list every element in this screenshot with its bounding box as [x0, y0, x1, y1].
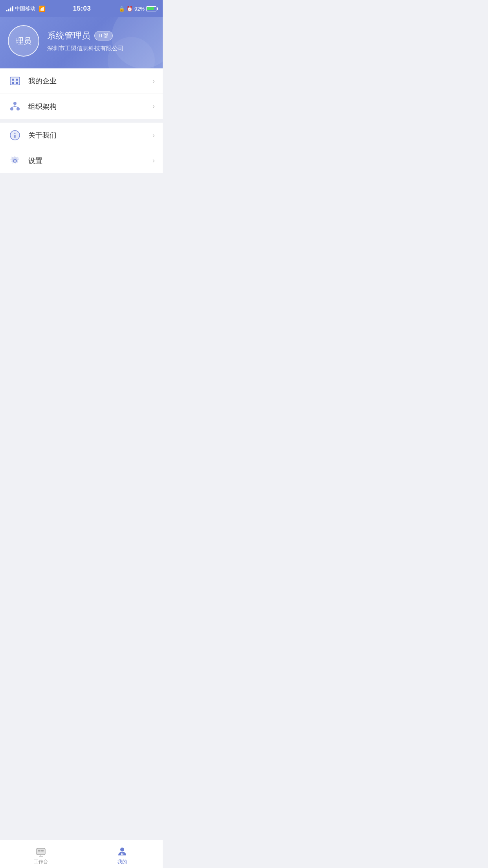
lock-icon: 🔒	[119, 6, 125, 12]
chevron-right-icon-2: ›	[152, 102, 155, 110]
avatar: 理员	[8, 25, 39, 57]
chevron-right-icon: ›	[152, 77, 155, 85]
menu-group-2: 关于我们 › 设置 ›	[0, 123, 163, 173]
svg-line-11	[15, 107, 18, 107]
settings-label: 设置	[28, 156, 152, 166]
svg-point-8	[17, 107, 20, 110]
status-bar: 中国移动 📶 15:03 🔒 ⏰ 92%	[0, 0, 163, 17]
chevron-right-icon-4: ›	[152, 156, 155, 165]
profile-info: 系统管理员 IT部 深圳市工盟信息科技有限公司	[47, 30, 124, 52]
enterprise-icon	[8, 74, 22, 88]
profile-header: 理员 系统管理员 IT部 深圳市工盟信息科技有限公司	[0, 17, 163, 68]
svg-point-14	[15, 133, 16, 134]
menu-divider	[0, 119, 163, 123]
battery-icon	[146, 6, 156, 11]
menu-group-1: 我的企业 › 组织架构 ›	[0, 68, 163, 119]
svg-line-10	[12, 107, 15, 107]
svg-rect-4	[12, 82, 14, 84]
menu-item-about-us[interactable]: 关于我们 ›	[0, 123, 163, 148]
wifi-icon: 📶	[39, 6, 45, 12]
profile-name: 系统管理员	[47, 30, 90, 42]
status-right: 🔒 ⏰ 92%	[119, 6, 156, 12]
svg-point-6	[13, 102, 17, 105]
signal-icon	[6, 6, 13, 11]
org-structure-label: 组织架构	[28, 102, 152, 111]
department-badge: IT部	[94, 31, 113, 40]
svg-rect-0	[10, 77, 20, 85]
about-us-label: 关于我们	[28, 131, 152, 140]
menu-item-org-structure[interactable]: 组织架构 ›	[0, 94, 163, 119]
profile-company: 深圳市工盟信息科技有限公司	[47, 45, 124, 52]
svg-rect-5	[16, 82, 18, 84]
svg-rect-2	[12, 79, 14, 81]
content-area	[0, 173, 163, 330]
menu-item-my-enterprise[interactable]: 我的企业 ›	[0, 68, 163, 94]
status-time: 15:03	[73, 5, 91, 13]
org-icon	[8, 99, 22, 114]
menu-item-settings[interactable]: 设置 ›	[0, 148, 163, 173]
svg-rect-15	[15, 135, 16, 138]
profile-name-row: 系统管理员 IT部	[47, 30, 124, 42]
status-left: 中国移动 📶	[6, 5, 45, 12]
settings-icon	[8, 154, 22, 168]
svg-point-7	[10, 107, 13, 110]
svg-rect-3	[16, 79, 18, 81]
chevron-right-icon-3: ›	[152, 131, 155, 140]
avatar-text: 理员	[16, 36, 31, 46]
alarm-icon: ⏰	[127, 6, 133, 12]
my-enterprise-label: 我的企业	[28, 76, 152, 86]
info-icon	[8, 128, 22, 142]
carrier-label: 中国移动	[15, 5, 35, 12]
battery-percent: 92%	[134, 6, 145, 12]
